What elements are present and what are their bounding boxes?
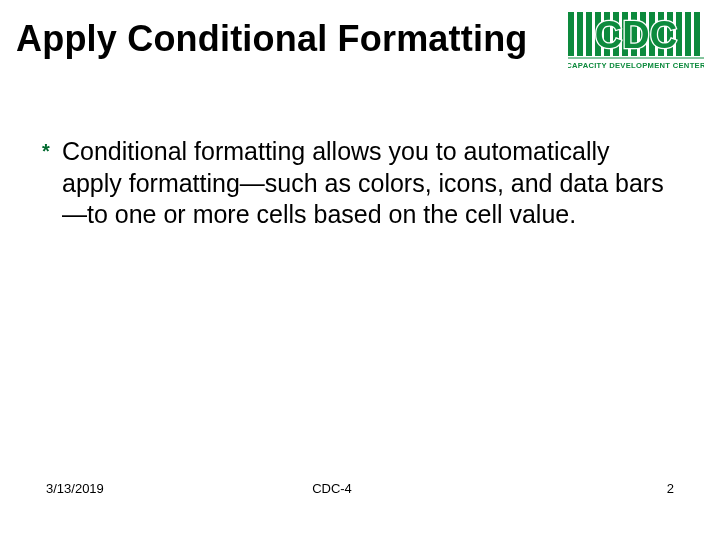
logo: CDC CAPACITY DEVELOPMENT CENTER: [568, 12, 704, 74]
logo-abbr: CDC: [595, 14, 677, 56]
bullet-text: Conditional formatting allows you to aut…: [62, 136, 672, 231]
bullet-marker-icon: *: [42, 136, 62, 166]
svg-rect-2: [586, 12, 592, 56]
logo-subtitle: CAPACITY DEVELOPMENT CENTER: [568, 61, 704, 70]
svg-rect-14: [694, 12, 700, 56]
footer-page-number: 2: [667, 481, 674, 496]
content-area: * Conditional formatting allows you to a…: [16, 136, 700, 231]
footer-date: 3/13/2019: [46, 481, 104, 496]
svg-rect-1: [577, 12, 583, 56]
footer-center: CDC-4: [0, 481, 720, 496]
bullet-item: * Conditional formatting allows you to a…: [42, 136, 672, 231]
slide: Apply Conditional Formatting: [0, 0, 720, 540]
svg-rect-0: [568, 12, 574, 56]
footer: 3/13/2019 CDC-4 2: [0, 481, 720, 496]
slide-title: Apply Conditional Formatting: [16, 18, 528, 59]
header: Apply Conditional Formatting: [16, 18, 700, 74]
cdc-logo-icon: CDC CAPACITY DEVELOPMENT CENTER: [568, 12, 704, 70]
svg-rect-13: [685, 12, 691, 56]
